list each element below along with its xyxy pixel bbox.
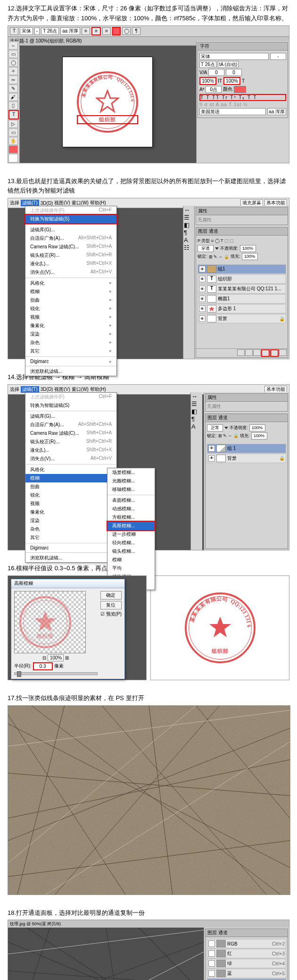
menu-item[interactable]: 风格化▸ bbox=[25, 279, 116, 287]
menu-item[interactable]: 表面模糊... bbox=[107, 496, 155, 505]
channel-row[interactable]: RGBCtrl+2 bbox=[207, 939, 286, 948]
visibility-icon[interactable]: 👁 bbox=[199, 315, 206, 322]
char-aa[interactable]: aa 浑厚 bbox=[267, 108, 286, 115]
foreground-color-swatch[interactable] bbox=[8, 145, 18, 153]
icon-b[interactable]: ☰ bbox=[184, 214, 194, 221]
menu-item[interactable]: 移轴模糊... bbox=[107, 485, 155, 494]
type-tool-icon[interactable]: T bbox=[8, 110, 19, 119]
lasso-tool-icon[interactable]: ◯ bbox=[8, 59, 18, 67]
layers-tabs[interactable]: 图层 通道 bbox=[206, 414, 288, 422]
menu-item[interactable]: 动感模糊... bbox=[107, 505, 155, 513]
fill-input[interactable]: 100% bbox=[251, 432, 267, 439]
char-style-row[interactable]: T T TT Tr T¹ T₁ T T bbox=[199, 94, 286, 101]
blend-mode[interactable]: 穿透 bbox=[198, 245, 214, 252]
shape-tool-icon[interactable]: ▭ bbox=[8, 128, 18, 136]
visibility-icon[interactable] bbox=[208, 940, 215, 947]
path-tool-icon[interactable]: ▷ bbox=[8, 120, 18, 128]
char-panel-icon[interactable]: ¶ bbox=[132, 27, 140, 35]
align-right-icon[interactable]: ≡ bbox=[102, 27, 111, 35]
link-icon[interactable] bbox=[237, 349, 245, 356]
icon-b[interactable]: ☰ bbox=[191, 400, 202, 407]
menu-help[interactable]: 帮助(H) bbox=[90, 386, 106, 393]
antialias-select[interactable]: aa 浑厚 bbox=[60, 27, 80, 35]
ok-button[interactable]: 确定 bbox=[100, 591, 122, 600]
icon-c[interactable]: ◧ bbox=[184, 221, 194, 228]
menu-item[interactable]: 镜头模糊... bbox=[107, 547, 155, 556]
chevron-down-icon[interactable] bbox=[224, 427, 228, 429]
group-icon[interactable] bbox=[261, 349, 270, 357]
menu-filter[interactable]: 滤镜(T) bbox=[21, 386, 39, 393]
menu-item[interactable]: 模糊▸ bbox=[25, 287, 116, 296]
visibility-icon[interactable] bbox=[208, 950, 215, 957]
menu-item[interactable]: 杂色▸ bbox=[25, 525, 116, 533]
cancel-button[interactable]: 复位 bbox=[100, 601, 122, 609]
icon-e[interactable]: A bbox=[184, 237, 194, 244]
doc-tab[interactable]: 纹理.jpg @ 50%(蓝 拷贝/8) bbox=[10, 921, 61, 927]
menu-view[interactable]: 视图(V) bbox=[54, 386, 70, 393]
fx-icon[interactable] bbox=[245, 349, 253, 356]
menu-3d[interactable]: 3D(D) bbox=[41, 387, 53, 392]
icon-e[interactable]: A bbox=[191, 423, 202, 430]
blend-mode[interactable]: 正常 bbox=[207, 424, 223, 431]
menu-item[interactable]: Camera Raw 滤镜(C)...Shift+Ctrl+A bbox=[25, 429, 116, 438]
char-hscale[interactable]: 100% bbox=[223, 77, 240, 85]
channel-row[interactable]: 绿Ctrl+4 bbox=[207, 959, 286, 968]
menu-item[interactable]: Camera Raw 滤镜(C)...Shift+Ctrl+A bbox=[25, 243, 116, 251]
icon-d[interactable]: ¶ bbox=[184, 229, 194, 236]
layer-row[interactable]: 👁T组织部 bbox=[198, 274, 286, 284]
visibility-icon[interactable]: 👁 bbox=[208, 455, 215, 462]
preview-checkbox[interactable]: ☑ 预览(P) bbox=[100, 611, 122, 617]
preview-zoom[interactable]: 100% bbox=[48, 654, 64, 661]
menu-item[interactable]: 模糊▸ bbox=[25, 474, 116, 482]
menu-item[interactable]: 风格化▸ bbox=[25, 465, 116, 474]
chevron-down-icon[interactable] bbox=[215, 247, 219, 250]
slider-knob[interactable] bbox=[17, 671, 21, 677]
menu-item[interactable]: 渲染▸ bbox=[25, 330, 116, 338]
layer-kind-row[interactable]: P 类型 ≡ ◯ T ⬚ ⬚ bbox=[198, 238, 286, 244]
font-style-select[interactable]: - bbox=[34, 27, 40, 35]
menu-help[interactable]: 帮助(H) bbox=[90, 200, 106, 206]
layer-row[interactable]: 👁椭圆1 bbox=[198, 294, 286, 304]
visibility-icon[interactable] bbox=[208, 970, 215, 977]
layer-row[interactable]: 👁背景🔒 bbox=[207, 454, 286, 463]
menu-item[interactable]: 方框模糊... bbox=[107, 513, 155, 522]
menu-item[interactable]: Digimarc▸ bbox=[25, 358, 116, 365]
layers-tabs[interactable]: 图层 通道 bbox=[196, 228, 288, 236]
fill-input[interactable]: 100% bbox=[242, 253, 258, 260]
visibility-icon[interactable]: 👁 bbox=[199, 276, 206, 282]
menu-item[interactable]: 进一步模糊 bbox=[107, 530, 155, 539]
visibility-icon[interactable] bbox=[208, 960, 215, 967]
layer-row[interactable]: 👁T某某某某有限公司 QQ:121 1... bbox=[198, 284, 286, 294]
menu-item[interactable]: 锐化▸ bbox=[25, 304, 116, 313]
menu-item[interactable]: Digimarc▸ bbox=[25, 544, 116, 551]
text-color-swatch[interactable] bbox=[112, 27, 121, 35]
menu-item[interactable]: 消失点(V)...Alt+Ctrl+V bbox=[25, 268, 116, 277]
channel-row[interactable]: 蓝Ctrl+5 bbox=[207, 969, 286, 978]
menu-item[interactable]: 视频▸ bbox=[25, 313, 116, 321]
menu-item[interactable]: 滤镜库(G)... bbox=[25, 226, 116, 234]
menu-item[interactable]: 浏览联机滤镜... bbox=[25, 554, 116, 562]
icon-f[interactable]: ☷ bbox=[184, 244, 194, 251]
brush-tool-icon[interactable]: 🖌 bbox=[8, 93, 18, 101]
warp-text-icon[interactable]: ◯ bbox=[122, 27, 131, 35]
menu-item[interactable]: 滤镜库(G)... bbox=[25, 412, 116, 421]
layer-row[interactable]: 👁组1 bbox=[198, 264, 286, 274]
menu-item[interactable]: 液化(L)...Shift+Ctrl+X bbox=[25, 260, 116, 268]
channel-row[interactable]: 红Ctrl+3 bbox=[207, 949, 286, 958]
menu-view[interactable]: 视图(V) bbox=[54, 200, 70, 206]
font-family-select[interactable]: 宋体 bbox=[20, 27, 33, 35]
type-tool-icon[interactable]: T bbox=[10, 27, 18, 35]
char-font[interactable]: 宋体 bbox=[199, 53, 269, 60]
opacity-input[interactable]: 100% bbox=[240, 245, 256, 252]
icon-a[interactable]: ↔ bbox=[191, 393, 202, 400]
char-leading[interactable]: tA (自动) bbox=[218, 61, 239, 68]
char-lang[interactable]: 美国英语 bbox=[199, 108, 266, 115]
menu-3d[interactable]: 3D(D) bbox=[41, 201, 53, 206]
visibility-icon[interactable]: 👁 bbox=[199, 286, 206, 292]
align-center-icon[interactable]: ≡ bbox=[91, 27, 101, 35]
menu-select[interactable]: 选择 bbox=[10, 386, 19, 393]
menu-item[interactable]: 像素化▸ bbox=[25, 508, 116, 516]
char-style[interactable]: - bbox=[270, 53, 286, 60]
font-size-select[interactable]: T 26点 bbox=[41, 27, 59, 35]
icon-a[interactable]: ↔ bbox=[184, 206, 194, 213]
